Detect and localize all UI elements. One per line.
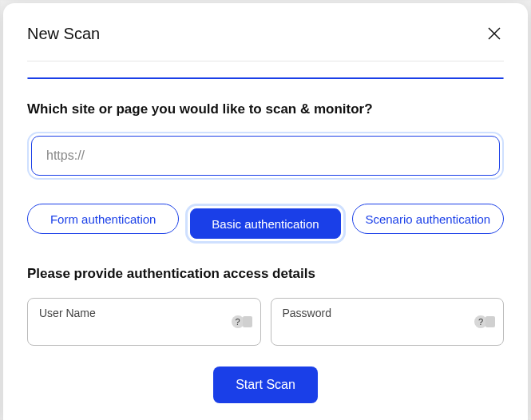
- url-input-focus-ring: [27, 132, 504, 180]
- password-field[interactable]: Password ?: [271, 298, 505, 346]
- password-input[interactable]: [281, 321, 469, 334]
- credentials-row: User Name ? Password ?: [27, 298, 504, 346]
- scenario-auth-button[interactable]: Scenario authentication: [352, 204, 504, 234]
- modal-header: New Scan: [27, 24, 504, 61]
- modal-title: New Scan: [27, 25, 100, 43]
- basic-auth-button[interactable]: Basic authentication: [190, 208, 340, 239]
- basic-auth-focus-ring: Basic authentication: [185, 204, 345, 244]
- new-scan-modal: New Scan Standard scan Authenticated sca…: [3, 3, 528, 420]
- modal-footer: Start Scan: [27, 367, 504, 403]
- url-question-label: Which site or page you would like to sca…: [27, 101, 504, 117]
- autofill-icon: [485, 316, 495, 327]
- form-auth-button[interactable]: Form authentication: [27, 204, 179, 234]
- scan-type-toggle: Standard scan Authenticated scan: [27, 77, 504, 79]
- username-hint-icon[interactable]: ?: [232, 315, 252, 328]
- username-label: User Name: [39, 307, 249, 319]
- start-scan-button[interactable]: Start Scan: [213, 367, 318, 403]
- credentials-label: Please provide authentication access det…: [27, 266, 504, 282]
- close-button[interactable]: [485, 24, 504, 43]
- password-hint-icon[interactable]: ?: [474, 315, 495, 328]
- close-icon: [486, 26, 502, 42]
- username-field[interactable]: User Name ?: [27, 298, 261, 346]
- auth-method-row: Form authentication Basic authentication…: [27, 204, 504, 244]
- username-input[interactable]: [38, 321, 225, 334]
- password-label: Password: [283, 307, 493, 319]
- autofill-icon: [243, 316, 252, 327]
- url-input[interactable]: [31, 136, 500, 176]
